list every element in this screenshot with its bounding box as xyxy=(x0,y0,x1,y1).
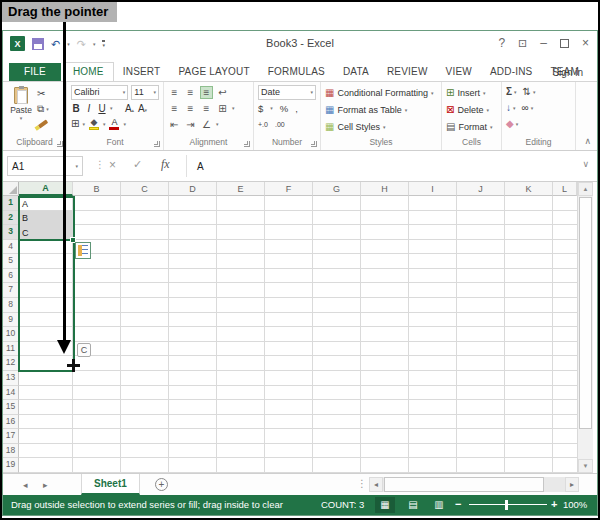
vertical-scrollbar[interactable]: ▲ ▼ xyxy=(577,182,593,473)
shrink-font-button[interactable]: A▾ xyxy=(138,103,148,114)
grid-column[interactable] xyxy=(217,196,265,473)
normal-view-icon[interactable]: ▦ xyxy=(375,497,395,513)
row-header[interactable]: 18 xyxy=(3,444,19,459)
grid-column[interactable] xyxy=(553,196,577,473)
fill-color-dropdown-icon[interactable]: ▾ xyxy=(103,121,106,127)
column-header[interactable]: K xyxy=(505,182,553,196)
minimize-icon[interactable]: – xyxy=(540,36,547,50)
format-as-table-button[interactable]: ▦ Format as Table ▾ xyxy=(323,101,439,118)
paste-button[interactable]: Paste ▾ xyxy=(5,84,37,137)
prev-sheet-icon[interactable]: ◂ xyxy=(23,480,28,490)
page-break-view-icon[interactable]: ▥ xyxy=(429,497,449,513)
grid-column[interactable] xyxy=(169,196,217,473)
decrease-indent-button[interactable]: ⇤ xyxy=(168,119,181,130)
column-header[interactable]: B xyxy=(73,182,121,196)
expand-formula-bar-icon[interactable]: ∨ xyxy=(582,159,589,169)
italic-button[interactable]: I xyxy=(84,103,94,114)
ribbon-tab[interactable]: HOME xyxy=(63,62,114,81)
copy-icon[interactable]: ⧉ xyxy=(37,103,44,115)
column-header[interactable]: L xyxy=(553,182,577,196)
column-header[interactable]: H xyxy=(361,182,409,196)
scroll-up-icon[interactable]: ▲ xyxy=(578,182,593,196)
scroll-right-icon[interactable]: ▸ xyxy=(565,477,579,492)
row-header[interactable]: 11 xyxy=(3,342,19,357)
fill-color-button[interactable]: ◆ xyxy=(88,118,100,130)
zoom-out-icon[interactable]: − xyxy=(455,498,461,510)
redo-dropdown-icon[interactable]: ▾ xyxy=(93,41,96,47)
ribbon-tab[interactable]: FILE xyxy=(9,63,61,81)
column-header[interactable]: J xyxy=(457,182,505,196)
sign-in-link[interactable]: Sign in xyxy=(542,64,593,82)
ribbon-tab[interactable]: DATA xyxy=(334,63,378,81)
copy-dropdown-icon[interactable]: ▾ xyxy=(46,106,49,112)
grid-column[interactable] xyxy=(457,196,505,473)
underline-button[interactable]: U xyxy=(97,103,107,114)
row-header[interactable]: 15 xyxy=(3,400,19,415)
redo-icon[interactable]: ↷ xyxy=(77,38,86,50)
status-count[interactable]: COUNT: 3 xyxy=(321,499,364,510)
cancel-entry-icon[interactable]: × xyxy=(109,158,116,172)
collapse-ribbon-icon[interactable]: ∧ xyxy=(584,136,591,146)
delete-cells-button[interactable]: ⊠ Delete ▾ xyxy=(444,101,499,118)
customize-qat-icon[interactable]: ▾ xyxy=(102,40,105,48)
row-header[interactable]: 13 xyxy=(3,371,19,386)
column-header[interactable]: F xyxy=(265,182,313,196)
orientation-button[interactable]: ∠ xyxy=(200,119,213,130)
close-icon[interactable]: × xyxy=(582,36,589,50)
alignment-dialog-launcher-icon[interactable] xyxy=(244,141,250,147)
select-all-corner[interactable] xyxy=(3,182,19,196)
insert-function-icon[interactable]: fx xyxy=(161,157,170,172)
scroll-left-icon[interactable]: ◂ xyxy=(369,477,383,492)
grid-body[interactable]: A B C C xyxy=(19,196,577,473)
middle-align-button[interactable]: ≡ xyxy=(184,87,197,98)
bold-button[interactable]: B xyxy=(71,103,81,114)
row-header[interactable]: 3 xyxy=(3,225,19,240)
grid-column[interactable] xyxy=(505,196,553,473)
column-header[interactable]: G xyxy=(313,182,361,196)
name-box[interactable]: A1▾ xyxy=(7,156,83,176)
find-select-button[interactable]: ∞▾ xyxy=(522,102,534,114)
maximize-icon[interactable] xyxy=(560,39,569,48)
zoom-slider-track[interactable] xyxy=(469,504,547,505)
cell-a3[interactable]: C xyxy=(22,226,29,240)
clear-button[interactable]: ◆▾ xyxy=(506,118,518,130)
cell-a1[interactable]: A xyxy=(22,197,28,211)
next-sheet-icon[interactable]: ▸ xyxy=(43,480,48,490)
row-header[interactable]: 19 xyxy=(3,458,19,473)
grid-column[interactable] xyxy=(409,196,457,473)
top-align-button[interactable]: ≡ xyxy=(168,87,181,98)
row-header[interactable]: 17 xyxy=(3,429,19,444)
zoom-in-icon[interactable]: + xyxy=(551,498,557,510)
center-button[interactable]: ≡ xyxy=(184,103,197,114)
row-header[interactable]: 2 xyxy=(3,211,19,226)
save-icon[interactable] xyxy=(32,38,44,50)
row-header[interactable]: 9 xyxy=(3,313,19,328)
wrap-text-button[interactable]: ↩ xyxy=(216,87,229,98)
cell-styles-button[interactable]: ▦ Cell Styles ▾ xyxy=(323,118,439,135)
sort-filter-button[interactable]: ⇅▾ xyxy=(523,86,536,98)
grid-column[interactable] xyxy=(265,196,313,473)
row-header[interactable]: 10 xyxy=(3,327,19,342)
row-header[interactable]: 7 xyxy=(3,283,19,298)
excel-app-icon[interactable]: X xyxy=(10,36,25,51)
autosum-button[interactable]: Σ▾ xyxy=(506,86,517,98)
help-icon[interactable]: ? xyxy=(498,36,505,50)
font-color-dropdown-icon[interactable]: ▾ xyxy=(123,121,126,127)
page-layout-view-icon[interactable]: ▤ xyxy=(403,497,423,513)
font-name-select[interactable]: Calibri▾ xyxy=(71,85,128,100)
align-right-button[interactable]: ≡ xyxy=(200,103,213,114)
formula-input[interactable]: A xyxy=(187,156,573,176)
tab-scrollbar-divider-icon[interactable]: ⋮ xyxy=(357,478,367,489)
bottom-align-button[interactable]: ≡ xyxy=(200,86,213,99)
underline-dropdown-icon[interactable]: ▾ xyxy=(110,105,113,111)
grid-column[interactable] xyxy=(361,196,409,473)
column-header[interactable]: C xyxy=(121,182,169,196)
ribbon-tab[interactable]: VIEW xyxy=(437,63,481,81)
undo-dropdown-icon[interactable]: ▾ xyxy=(67,41,70,47)
increase-decimal-button[interactable]: +.0 xyxy=(258,121,268,128)
column-header[interactable]: E xyxy=(217,182,265,196)
zoom-slider-thumb[interactable] xyxy=(505,500,508,510)
merge-center-button[interactable]: ⊞ xyxy=(216,103,229,114)
merge-dropdown-icon[interactable]: ▾ xyxy=(232,105,235,111)
ribbon-display-options-icon[interactable]: ⊡ xyxy=(518,37,527,50)
